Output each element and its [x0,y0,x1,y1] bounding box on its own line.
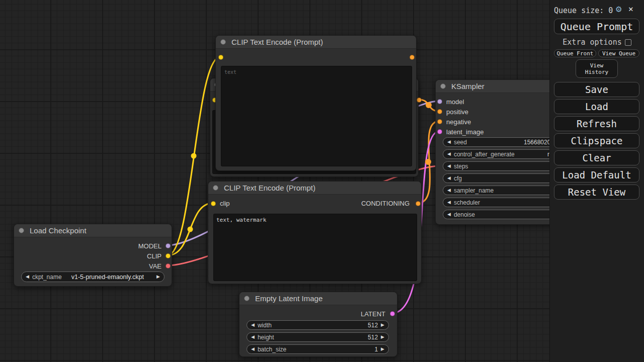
load-default-label: Load Default [562,169,631,180]
node-collapse-dot[interactable] [19,228,24,233]
input-slot-clip[interactable] [218,55,223,60]
widget-value[interactable]: 512 [274,334,378,341]
widget-name: width [258,322,272,329]
node-title-bar[interactable]: CLIP Text Encode (Prompt) [216,36,416,49]
output-slot-label: CONDITIONING [361,200,410,207]
node-collapse-dot[interactable] [244,296,250,301]
decrement-arrow-icon[interactable]: ◀ [251,323,255,327]
decrement-arrow-icon[interactable]: ◀ [447,188,451,193]
decrement-arrow-icon[interactable]: ◀ [447,176,451,180]
queue-prompt-button[interactable]: Queue Prompt [554,19,639,34]
output-slot-latent[interactable] [390,311,395,316]
prompt-textarea[interactable]: text [221,66,412,166]
refresh-button[interactable]: Refresh [554,116,639,131]
input-slot-label: positive [446,108,468,116]
decrement-arrow-icon[interactable]: ◀ [447,200,451,205]
widget-width[interactable]: ◀ width 512 ▶ [247,320,389,330]
node-clip-text-encode-negative[interactable]: CLIP Text Encode (Prompt) clip CONDITION… [208,181,422,284]
node-title: KSampler [451,82,485,90]
input-slot-latent-image[interactable] [437,129,442,134]
increment-arrow-icon[interactable]: ▶ [381,335,384,339]
view-queue-label: View Queue [602,50,635,57]
widget-name: batch_size [258,346,286,353]
node-clip-text-encode-positive[interactable]: CLIP Text Encode (Prompt) clip CONDITION… [215,35,417,171]
node-title-bar[interactable]: CLIP Text Encode (Prompt) [208,182,421,195]
view-history-label: History [585,69,608,75]
load-default-button[interactable]: Load Default [554,167,639,183]
decrement-arrow-icon[interactable]: ◀ [251,347,255,351]
decrement-arrow-icon[interactable]: ◀ [251,335,255,339]
node-title-bar[interactable]: Empty Latent Image [239,292,397,305]
widget-value[interactable]: v1-5-pruned-emaonly.ckpt [62,274,153,281]
save-button[interactable]: Save [554,82,639,97]
view-queue-button[interactable]: View Queue [598,49,639,57]
save-label: Save [585,84,608,95]
input-slot-clip[interactable] [211,201,216,206]
output-slot-conditioning[interactable] [416,201,421,206]
widget-value[interactable]: 1 [286,346,378,353]
input-slot-label: model [446,98,464,106]
output-slot-conditioning[interactable] [410,55,415,60]
node-title: Empty Latent Image [255,294,323,303]
node-collapse-dot[interactable] [440,83,446,89]
output-slot-vae[interactable] [166,263,171,268]
output-slot-label: LATENT [361,310,385,318]
link-midpoint-dot[interactable] [426,102,432,108]
output-slot-model[interactable] [166,243,171,248]
widget-height[interactable]: ◀ height 512 ▶ [247,332,389,342]
widget-ckpt-name[interactable]: ◀ ckpt_name v1-5-pruned-emaonly.ckpt ▶ [21,272,165,282]
extra-options-label: Extra options [562,38,621,47]
queue-front-button[interactable]: Queue Front [554,49,596,57]
prompt-text: text, watermark [216,217,266,223]
link-midpoint-dot[interactable] [425,159,431,165]
decrement-arrow-icon[interactable]: ◀ [447,140,451,144]
node-collapse-dot[interactable] [213,185,218,191]
comfy-menu-panel: Queue size: 0 ⚙ ✕ Queue Prompt Extra opt… [549,0,644,362]
node-load-checkpoint[interactable]: Load Checkpoint MODEL CLIP VAE ◀ ckpt_na… [14,224,172,287]
widget-name: steps [454,163,468,170]
prompt-textarea[interactable]: text, watermark [213,214,417,281]
output-slot-clip[interactable] [166,253,171,258]
decrement-arrow-icon[interactable]: ◀ [447,212,451,217]
input-slot-label: clip [220,200,230,207]
textarea-placeholder: text [224,69,236,75]
load-button[interactable]: Load [554,99,639,114]
decrement-arrow-icon[interactable]: ◀ [447,152,451,156]
input-slot-negative[interactable] [437,119,442,124]
view-history-button[interactable]: View History [576,59,618,78]
reset-view-button[interactable]: Reset View [554,185,639,200]
close-icon[interactable]: ✕ [628,5,633,13]
link-midpoint-dot[interactable] [191,153,197,159]
decrement-arrow-icon[interactable]: ◀ [447,164,451,168]
load-label: Load [585,101,608,112]
input-slot-model[interactable] [437,99,442,104]
queue-front-label: Queue Front [557,50,594,57]
widget-batch-size[interactable]: ◀ batch_size 1 ▶ [247,344,389,354]
queue-prompt-label: Queue Prompt [560,21,633,33]
node-collapse-dot[interactable] [220,39,226,45]
link-midpoint-dot[interactable] [188,227,193,232]
input-slot-positive[interactable] [437,109,442,114]
clipspace-button[interactable]: Clipspace [554,133,639,148]
node-title: CLIP Text Encode (Prompt) [224,184,315,192]
node-graph-canvas[interactable]: CLIP Text Encode (Prompt) be bo CLIP Tex… [0,0,644,362]
reset-view-label: Reset View [568,187,625,198]
widget-name: scheduler [454,199,480,206]
output-slot-conditioning[interactable] [417,98,422,103]
extra-options-checkbox[interactable] [625,39,631,46]
widget-name: sampler_name [454,187,494,194]
widget-value[interactable]: 512 [272,322,378,329]
node-title-bar[interactable]: Load Checkpoint [14,224,172,237]
increment-arrow-icon[interactable]: ▶ [381,323,384,327]
decrement-arrow-icon[interactable]: ◀ [26,275,29,279]
node-title: CLIP Text Encode (Prompt) [231,38,323,46]
node-empty-latent-image[interactable]: Empty Latent Image LATENT ◀ width 512 ▶ … [239,292,397,357]
settings-gear-icon[interactable]: ⚙ [616,4,621,14]
increment-arrow-icon[interactable]: ▶ [156,275,160,279]
clipspace-label: Clipspace [571,135,623,146]
node-title: Load Checkpoint [30,226,87,235]
increment-arrow-icon[interactable]: ▶ [381,347,384,351]
refresh-label: Refresh [577,118,617,129]
clear-label: Clear [582,152,611,163]
clear-button[interactable]: Clear [554,150,639,165]
